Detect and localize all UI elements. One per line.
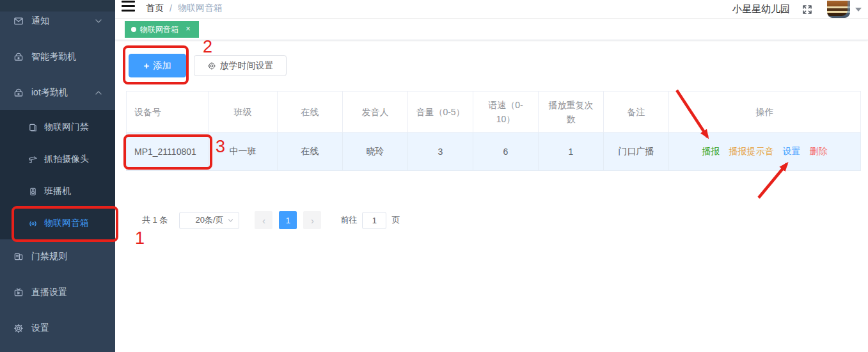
tags-view-bar: 物联网音箱 × [115,19,868,40]
sidebar-item-label: 物联网音箱 [44,218,89,229]
goto-page-input[interactable] [362,212,386,229]
top-navbar: 首页 / 物联网音箱 小星星幼儿园 [115,0,868,19]
speaker-icon [28,187,38,196]
page-unit-label: 页 [391,214,400,226]
chevron-down-icon [95,17,102,25]
fullscreen-icon[interactable] [801,4,813,15]
pagination-total: 共 1 条 [142,214,168,226]
dismissal-time-settings-button[interactable]: 放学时间设置 [194,55,287,76]
prev-page-button[interactable]: ‹ [255,211,272,229]
cell-device-no: MP1_21110801 [127,132,209,171]
devices-table: 设备号 班级 在线 发音人 音量（0-5） 语速（0-10） 播放重复次数 备注… [126,91,861,171]
breadcrumb-separator: / [170,3,172,13]
page-number-button[interactable]: 1 [279,211,297,229]
sidebar-item-label: 通知 [31,15,49,27]
sidebar-item-iot-attendance[interactable]: iot考勤机 [0,77,115,108]
breadcrumb-current: 物联网音箱 [178,3,223,14]
close-icon[interactable]: × [184,25,193,34]
attendance-machine-icon [13,88,24,98]
sidebar-item-class-broadcaster[interactable]: 班播机 [0,175,115,207]
sidebar-item-iot-speaker[interactable]: 物联网音箱 [0,207,115,239]
sidebar-item-label: 直播设置 [31,287,67,298]
sidebar-item-live-settings[interactable]: 直播设置 [0,277,115,308]
settings-link[interactable]: 设置 [783,146,801,156]
avatar[interactable] [827,1,850,18]
cell-online-status: 在线 [278,132,343,171]
next-page-button[interactable]: › [303,211,321,229]
sidebar-item-notifications[interactable]: 通知 [0,6,115,36]
sidebar-item-label: 物联网门禁 [44,122,89,133]
cell-class: 中一班 [209,132,278,171]
sidebar-item-label: 抓拍摄像头 [44,154,89,165]
chevron-down-icon[interactable] [855,8,862,12]
envelope-icon [13,16,24,26]
main-area: 首页 / 物联网音箱 小星星幼儿园 物联网音箱 × + 添加 [115,0,868,352]
sidebar-item-label: 智能考勤机 [31,51,76,63]
cell-speed: 6 [473,132,539,171]
breadcrumb-home[interactable]: 首页 [146,3,164,14]
header-class: 班级 [209,92,278,132]
cell-remark: 门口广播 [604,132,669,171]
audio-waves-icon [28,219,38,228]
chevron-up-icon [95,89,102,97]
sidebar-item-snapshot-camera[interactable]: 抓拍摄像头 [0,143,115,175]
sidebar-item-label: 班播机 [44,186,71,197]
sidebar-item-label: iot考勤机 [31,87,68,99]
door-access-icon [28,123,38,132]
cell-repeat: 1 [539,132,604,171]
sidebar-submenu: 物联网门禁 抓拍摄像头 班播机 物联网音箱 [0,110,115,239]
tag-dot-icon [131,27,136,32]
plus-icon: + [144,60,150,71]
header-actions: 操作 [669,92,861,132]
header-device-no: 设备号 [127,92,209,132]
page: 通知 智能考勤机 iot考勤机 物联网 [0,0,868,352]
header-repeat: 播放重复次数 [539,92,604,132]
cell-voice: 晓玲 [343,132,408,171]
sidebar: 通知 智能考勤机 iot考勤机 物联网 [0,0,115,352]
sidebar-item-door-rules[interactable]: 门禁规则 [0,241,115,272]
sidebar-item-smart-attendance[interactable]: 智能考勤机 [0,42,115,72]
broadcast-tone-link[interactable]: 播报提示音 [729,146,774,156]
header-speed: 语速（0-10） [473,92,539,132]
cell-volume: 3 [408,132,473,171]
school-name: 小星星幼儿园 [732,3,790,15]
chevron-down-icon [228,218,233,223]
header-online: 在线 [278,92,343,132]
delete-link[interactable]: 删除 [810,146,828,156]
camera-icon [28,155,38,164]
gear-icon [207,61,216,70]
tab-iot-speaker[interactable]: 物联网音箱 × [125,21,199,38]
sidebar-item-iot-door[interactable]: 物联网门禁 [0,111,115,143]
hamburger-menu-icon[interactable] [122,0,135,10]
sidebar-item-label: 设置 [31,323,49,334]
sidebar-item-label: 门禁规则 [31,251,67,262]
dismissal-time-label: 放学时间设置 [220,60,274,72]
tag-label: 物联网音箱 [140,24,178,35]
broadcast-link[interactable]: 播报 [702,146,720,156]
attendance-machine-icon [13,52,24,62]
rules-icon [13,252,24,262]
sidebar-item-settings[interactable]: 设置 [0,313,115,344]
table-row: MP1_21110801 中一班 在线 晓玲 3 6 1 门口广播 播报播报提示… [127,132,861,171]
breadcrumb: 首页 / 物联网音箱 [146,0,223,17]
navbar-right-cluster: 小星星幼儿园 [732,0,862,19]
table-header-row: 设备号 班级 在线 发音人 音量（0-5） 语速（0-10） 播放重复次数 备注… [127,92,861,132]
add-button[interactable]: + 添加 [129,54,186,77]
gear-icon [13,323,24,333]
page-size-value: 20条/页 [195,214,223,226]
cell-actions: 播报播报提示音设置删除 [669,132,861,171]
header-remark: 备注 [604,92,669,132]
live-tv-icon [13,287,24,298]
page-size-select[interactable]: 20条/页 [179,212,239,229]
goto-label: 前往 [340,214,357,226]
header-voice: 发音人 [343,92,408,132]
header-volume: 音量（0-5） [408,92,473,132]
add-button-label: 添加 [153,60,171,72]
pagination: 共 1 条 20条/页 ‹ 1 › 前往 页 [142,211,400,229]
